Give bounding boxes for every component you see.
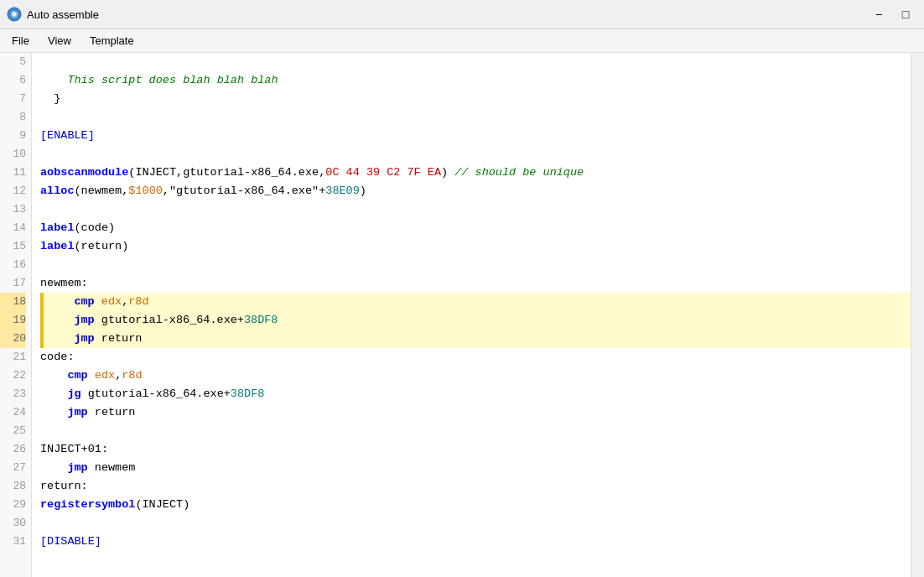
ln-14: 14 — [0, 219, 26, 237]
code-enable-tag: [ENABLE] — [40, 127, 95, 145]
code-indent-19 — [47, 311, 74, 330]
ln-10: 10 — [0, 145, 26, 164]
editor-container: 5 6 7 8 9 10 11 12 13 14 15 16 17 18 19 … — [0, 53, 924, 577]
menu-view[interactable]: View — [39, 33, 80, 49]
code-indent-27 — [40, 459, 67, 477]
code-label-kw1: label — [40, 219, 75, 237]
code-line-28: return: — [40, 477, 911, 496]
ln-12: 12 — [0, 182, 26, 200]
ln-18: 18 — [0, 293, 26, 311]
code-line-27: jmp newmem — [40, 459, 911, 477]
code-jmp-newmem: newmem — [88, 459, 136, 477]
ln-23: 23 — [0, 385, 26, 403]
highlight-bar-20 — [40, 330, 44, 348]
code-line-13 — [40, 200, 911, 219]
highlight-bar-18 — [40, 293, 44, 311]
ln-5: 5 — [0, 53, 26, 71]
code-edx-2: edx — [95, 366, 115, 385]
code-line-5 — [40, 53, 911, 71]
ln-11: 11 — [0, 164, 26, 182]
ln-27: 27 — [0, 459, 26, 477]
code-line-18: cmp edx , r8d — [40, 293, 911, 311]
code-area[interactable]: This script does blah blah blah } [ENABL… — [32, 53, 911, 577]
code-line-25 — [40, 422, 911, 440]
code-jmp-instr-4: jmp — [67, 459, 87, 477]
code-line-16 — [40, 256, 911, 274]
code-line-11: aobscanmodule(INJECT,gtutorial-x86_64.ex… — [40, 164, 911, 182]
window-title: Auto assemble — [27, 8, 99, 21]
code-inject-label: INJECT+01: — [40, 440, 108, 459]
code-label-code: (code) — [75, 219, 116, 237]
minimize-button[interactable]: − — [867, 6, 890, 23]
code-line-12: alloc(newmem,$1000,"gtutorial-x86_64.exe… — [40, 182, 911, 200]
code-line-29: registersymbol(INJECT) — [40, 496, 911, 514]
code-alloc-comma: ,"gtutorial-x86_64.exe"+ — [163, 182, 325, 200]
code-disable-tag: [DISABLE] — [40, 533, 101, 551]
code-aobscan-comment: // should be unique — [454, 164, 584, 182]
ln-24: 24 — [0, 403, 26, 422]
ln-28: 28 — [0, 477, 26, 496]
code-indent-23 — [40, 385, 67, 403]
code-newmem-label: newmem: — [40, 274, 88, 293]
ln-17: 17 — [0, 274, 26, 293]
code-jmp-instr-1: jmp — [74, 311, 94, 330]
line-numbers: 5 6 7 8 9 10 11 12 13 14 15 16 17 18 19 … — [0, 53, 32, 577]
code-label-return: (return) — [75, 237, 129, 256]
code-registersymbol-kw: registersymbol — [40, 496, 135, 514]
ln-9: 9 — [0, 127, 26, 145]
code-aobscan-paren: ) — [441, 164, 448, 182]
code-alloc-args1: (newmem, — [75, 182, 129, 200]
code-line-17: newmem: — [40, 274, 911, 293]
code-indent-20 — [47, 330, 74, 348]
title-bar-left: Auto assemble — [7, 7, 99, 22]
code-cmp-instr-2: cmp — [67, 366, 87, 385]
ln-31: 31 — [0, 533, 26, 551]
code-jmp-addr-1: 38DF8 — [244, 311, 278, 330]
code-aobscan-kw: aobscanmodule — [40, 164, 128, 182]
code-line-22: cmp edx , r8d — [40, 366, 911, 385]
code-aobscan-args: (INJECT,gtutorial-x86_64.exe, — [128, 164, 325, 182]
code-line-19: jmp gtutorial-x86_64.exe+ 38DF8 — [40, 311, 911, 330]
ln-20: 20 — [0, 330, 26, 348]
code-jg-addr: 38DF8 — [231, 385, 265, 403]
maximize-button[interactable]: □ — [894, 6, 917, 23]
code-jmp-instr-3: jmp — [67, 403, 87, 422]
code-comment: This script does blah blah blah — [67, 71, 278, 90]
code-line-23: jg gtutorial-x86_64.exe+ 38DF8 — [40, 385, 911, 403]
code-alloc-kw: alloc — [40, 182, 75, 200]
ln-25: 25 — [0, 422, 26, 440]
code-indent-22 — [40, 366, 67, 385]
code-alloc-size: $1000 — [128, 182, 163, 200]
ln-8: 8 — [0, 108, 26, 127]
code-jmp-return-2: return — [88, 403, 136, 422]
ln-30: 30 — [0, 514, 26, 533]
code-r8d-2: r8d — [122, 366, 142, 385]
code-line-21: code: — [40, 348, 911, 366]
ln-26: 26 — [0, 440, 26, 459]
ln-22: 22 — [0, 366, 26, 385]
code-cmp-sp-2 — [88, 366, 95, 385]
code-cmp-sp-1 — [95, 293, 101, 311]
ln-13: 13 — [0, 200, 26, 219]
code-cmp-instr-1: cmp — [74, 293, 94, 311]
title-bar: Auto assemble − □ — [0, 0, 924, 29]
ln-29: 29 — [0, 496, 26, 514]
code-alloc-addr: 38E09 — [325, 182, 360, 200]
highlight-bar-19 — [40, 311, 44, 330]
scrollbar[interactable] — [911, 53, 924, 577]
code-line-26: INJECT+01: — [40, 440, 911, 459]
menu-template[interactable]: Template — [81, 33, 143, 49]
ln-7: 7 — [0, 90, 26, 108]
ln-15: 15 — [0, 237, 26, 256]
ln-6: 6 — [0, 71, 26, 90]
code-edx-1: edx — [101, 293, 122, 311]
code-comma-1: , — [122, 293, 128, 311]
code-line-31: [DISABLE] — [40, 533, 911, 551]
code-line-9: [ENABLE] — [40, 127, 911, 145]
svg-point-2 — [13, 13, 16, 16]
menu-file[interactable]: File — [3, 33, 38, 49]
app-icon — [7, 7, 22, 22]
ln-19: 19 — [0, 311, 26, 330]
menu-bar: File View Template — [0, 29, 924, 53]
code-jmp-sp-1: gtutorial-x86_64.exe+ — [95, 311, 244, 330]
